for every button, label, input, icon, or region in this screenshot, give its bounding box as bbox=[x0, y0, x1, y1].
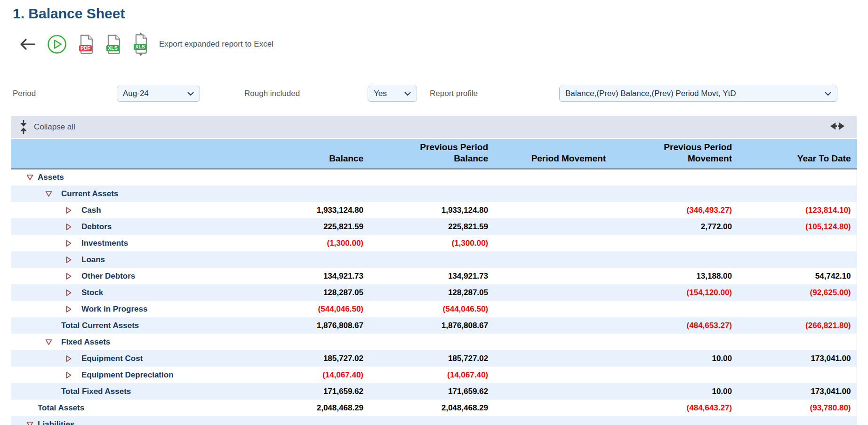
cell-year-to-date: 54,742.10 bbox=[738, 268, 857, 284]
cell-period-movement bbox=[494, 235, 611, 251]
cell-previous-period-balance: 134,921.73 bbox=[369, 268, 494, 284]
cell-year-to-date: (92,625.00) bbox=[738, 284, 857, 301]
export-excel-expanded-icon[interactable]: XLS bbox=[133, 32, 149, 56]
chevron-down-icon bbox=[404, 92, 411, 96]
table-row: Cash1,933,124.801,933,124.80(346,493.27)… bbox=[11, 202, 857, 218]
table-row: Total Current Assets1,876,808.671,876,80… bbox=[11, 317, 857, 334]
row-label: Equipment Cost bbox=[81, 354, 143, 363]
row-label: Cash bbox=[81, 206, 101, 215]
cell-previous-period-balance bbox=[369, 416, 494, 425]
tree-expanded-icon[interactable] bbox=[45, 191, 52, 197]
table-row: Total Assets2,048,468.292,048,468.29(484… bbox=[11, 400, 857, 416]
period-select[interactable]: Aug-24 bbox=[117, 86, 200, 102]
cell-previous-period-balance: 225,821.59 bbox=[369, 218, 494, 235]
row-label: Total Assets bbox=[38, 403, 84, 412]
row-name-cell: Assets bbox=[11, 169, 218, 185]
cell-previous-period-balance: 171,659.62 bbox=[369, 383, 494, 400]
page-title: 1. Balance Sheet bbox=[13, 6, 868, 22]
tree-expanded-icon[interactable] bbox=[26, 421, 33, 425]
row-label: Fixed Assets bbox=[61, 337, 110, 346]
cell-previous-period-balance bbox=[369, 185, 494, 202]
tree-leaf-icon[interactable] bbox=[66, 305, 72, 313]
svg-text:XLS: XLS bbox=[135, 44, 145, 49]
row-label: Equipment Depreciation bbox=[81, 370, 174, 379]
table-row: Loans bbox=[11, 251, 857, 268]
row-name-cell: Debtors bbox=[11, 218, 218, 235]
cell-year-to-date: 173,041.00 bbox=[738, 383, 857, 400]
collapse-vertical-icon bbox=[19, 120, 28, 134]
column-header-previous-period-balance: Previous Period Balance bbox=[369, 139, 494, 169]
cell-balance bbox=[218, 416, 369, 425]
cell-previous-period-movement bbox=[611, 185, 738, 202]
collapse-all-button[interactable]: Collapse all bbox=[19, 120, 75, 134]
cell-year-to-date bbox=[738, 235, 857, 251]
tree-leaf-icon[interactable] bbox=[66, 256, 72, 263]
period-select-value: Aug-24 bbox=[123, 89, 183, 98]
tree-leaf-icon[interactable] bbox=[66, 240, 72, 247]
balance-sheet-table: Balance Previous Period Balance Period M… bbox=[11, 139, 857, 425]
cell-balance: (14,067.40) bbox=[218, 367, 369, 383]
rough-included-select-value: Yes bbox=[374, 89, 400, 98]
tree-leaf-icon[interactable] bbox=[66, 207, 72, 214]
cell-previous-period-movement bbox=[611, 301, 738, 317]
expand-horizontal-icon[interactable] bbox=[830, 122, 844, 132]
export-excel-icon[interactable]: XLS bbox=[105, 34, 121, 54]
grid-toolbar: Collapse all bbox=[11, 116, 857, 138]
row-label: Loans bbox=[81, 255, 105, 264]
row-label: Liabilities bbox=[38, 420, 74, 425]
export-pdf-icon[interactable]: PDF bbox=[78, 34, 94, 54]
cell-balance: 1,933,124.80 bbox=[218, 202, 369, 218]
cell-year-to-date: (123,814.10) bbox=[738, 202, 857, 218]
tree-expanded-icon[interactable] bbox=[45, 339, 52, 345]
cell-balance: 1,876,808.67 bbox=[218, 317, 369, 334]
cell-previous-period-movement: (484,653.27) bbox=[611, 317, 738, 334]
cell-balance: (544,046.50) bbox=[218, 301, 369, 317]
tree-leaf-icon[interactable] bbox=[66, 371, 72, 378]
cell-year-to-date bbox=[738, 334, 857, 350]
cell-balance bbox=[218, 334, 369, 350]
cell-balance bbox=[218, 251, 369, 268]
cell-period-movement bbox=[494, 350, 611, 367]
cell-previous-period-movement: (484,643.27) bbox=[611, 400, 738, 416]
cell-period-movement bbox=[494, 185, 611, 202]
row-label: Work in Progress bbox=[81, 305, 147, 313]
cell-period-movement bbox=[494, 284, 611, 301]
cell-previous-period-movement bbox=[611, 367, 738, 383]
table-row: Work in Progress(544,046.50)(544,046.50) bbox=[11, 301, 857, 317]
cell-previous-period-balance: (544,046.50) bbox=[369, 301, 494, 317]
cell-year-to-date bbox=[738, 251, 857, 268]
row-label: Total Fixed Assets bbox=[61, 387, 131, 396]
cell-period-movement bbox=[494, 218, 611, 235]
row-name-cell: Liabilities bbox=[11, 416, 218, 425]
tree-leaf-icon[interactable] bbox=[66, 223, 72, 230]
run-report-icon[interactable] bbox=[47, 34, 67, 54]
table-row: Equipment Depreciation(14,067.40)(14,067… bbox=[11, 367, 857, 383]
toolbar: PDF XLS XLS Export expanded report to Ex… bbox=[19, 33, 868, 56]
cell-previous-period-movement: 10.00 bbox=[611, 383, 738, 400]
tree-leaf-icon[interactable] bbox=[66, 355, 72, 362]
cell-period-movement bbox=[494, 400, 611, 416]
cell-balance: (1,300.00) bbox=[218, 235, 369, 251]
cell-period-movement bbox=[494, 334, 611, 350]
cell-balance: 171,659.62 bbox=[218, 383, 369, 400]
cell-previous-period-movement bbox=[611, 416, 738, 425]
tree-leaf-icon[interactable] bbox=[66, 289, 72, 296]
cell-period-movement bbox=[494, 367, 611, 383]
row-name-cell: Investments bbox=[11, 235, 218, 251]
collapse-all-label: Collapse all bbox=[34, 122, 75, 132]
table-row: Other Debtors134,921.73134,921.7313,188.… bbox=[11, 268, 857, 284]
tree-leaf-icon[interactable] bbox=[66, 273, 72, 280]
cell-balance: 185,727.02 bbox=[218, 350, 369, 367]
cell-year-to-date bbox=[738, 169, 857, 185]
table-row: Total Fixed Assets171,659.62171,659.6210… bbox=[11, 383, 857, 400]
cell-previous-period-balance: 185,727.02 bbox=[369, 350, 494, 367]
tree-expanded-icon[interactable] bbox=[26, 175, 33, 181]
back-arrow-icon[interactable] bbox=[19, 38, 36, 50]
column-header-previous-period-movement: Previous Period Movement bbox=[611, 139, 738, 169]
report-profile-select[interactable]: Balance,(Prev) Balance,(Prev) Period Mov… bbox=[559, 86, 837, 102]
rough-included-select[interactable]: Yes bbox=[368, 86, 417, 102]
cell-period-movement bbox=[494, 301, 611, 317]
table-row: Stock128,287.05128,287.05(154,120.00)(92… bbox=[11, 284, 857, 301]
row-name-cell: Total Current Assets bbox=[11, 317, 218, 334]
table-row: Investments(1,300.00)(1,300.00) bbox=[11, 235, 857, 251]
